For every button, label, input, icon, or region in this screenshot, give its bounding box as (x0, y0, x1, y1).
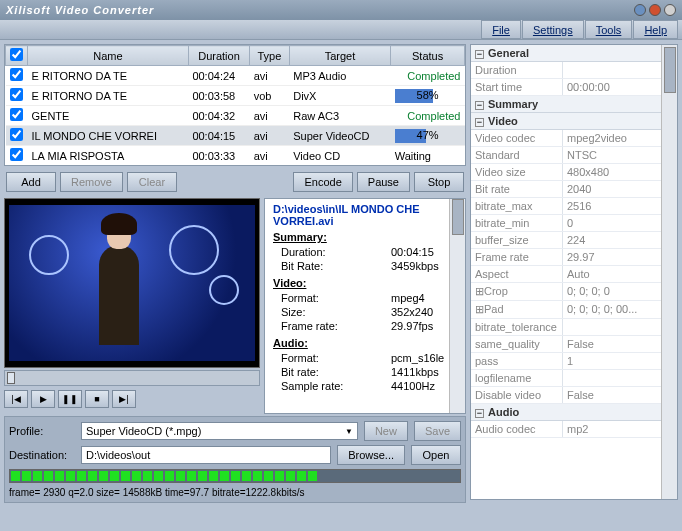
col-target[interactable]: Target (289, 46, 391, 66)
audio-heading: Audio: (273, 337, 457, 349)
prop-section-general[interactable]: −General (471, 45, 661, 62)
details-scrollbar[interactable] (449, 199, 465, 413)
prop-row[interactable]: Start time00:00:00 (471, 79, 661, 96)
prop-row[interactable]: bitrate_max2516 (471, 198, 661, 215)
status-line: frame= 2930 q=2.0 size= 14588kB time=97.… (5, 485, 465, 500)
menu-tools[interactable]: Tools (585, 20, 633, 39)
prop-row[interactable]: logfilename (471, 370, 661, 387)
prop-section-summary[interactable]: −Summary (471, 96, 661, 113)
prop-row[interactable]: Disable videoFalse (471, 387, 661, 404)
menu-help[interactable]: Help (633, 20, 678, 39)
destination-field[interactable] (81, 446, 331, 464)
props-scrollbar[interactable] (661, 45, 677, 499)
close-icon[interactable] (664, 4, 676, 16)
file-details: D:\videos\in\IL MONDO CHE VORREI.avi Sum… (264, 198, 466, 414)
prop-row[interactable]: Video codecmpeg2video (471, 130, 661, 147)
prop-row[interactable]: same_qualityFalse (471, 336, 661, 353)
prop-row[interactable]: Bit rate2040 (471, 181, 661, 198)
dest-label: Destination: (9, 449, 75, 461)
browse-button[interactable]: Browse... (337, 445, 405, 465)
encode-button[interactable]: Encode (293, 172, 352, 192)
col-status[interactable]: Status (391, 46, 465, 66)
stop-media-button[interactable]: ■ (85, 390, 109, 408)
detail-path: D:\videos\in\IL MONDO CHE VORREI.avi (273, 203, 457, 227)
prop-row[interactable]: pass1 (471, 353, 661, 370)
prop-row[interactable]: Frame rate29.97 (471, 249, 661, 266)
prop-row[interactable]: ⊞Crop0; 0; 0; 0 (471, 283, 661, 301)
col-duration[interactable]: Duration (188, 46, 249, 66)
prop-row[interactable]: Audio codecmp2 (471, 421, 661, 438)
prop-section-audio[interactable]: −Audio (471, 404, 661, 421)
summary-heading: Summary: (273, 231, 457, 243)
new-button[interactable]: New (364, 421, 408, 441)
video-preview (4, 198, 260, 368)
remove-button[interactable]: Remove (60, 172, 123, 192)
open-button[interactable]: Open (411, 445, 461, 465)
prop-row[interactable]: buffer_size224 (471, 232, 661, 249)
properties-panel: −GeneralDurationStart time00:00:00−Summa… (470, 44, 678, 500)
pause-media-button[interactable]: ❚❚ (58, 390, 82, 408)
table-row[interactable]: E RITORNO DA TE00:04:24aviMP3 AudioCompl… (6, 66, 465, 86)
prev-button[interactable]: |◀ (4, 390, 28, 408)
table-row[interactable]: GENTE00:04:32aviRaw AC3Completed (6, 106, 465, 126)
menu-file[interactable]: File (481, 20, 521, 39)
minimize-icon[interactable] (634, 4, 646, 16)
pause-button[interactable]: Pause (357, 172, 410, 192)
next-button[interactable]: ▶| (112, 390, 136, 408)
file-list[interactable]: Name Duration Type Target Status E RITOR… (5, 45, 465, 166)
encode-progress (9, 469, 461, 483)
table-row[interactable]: LA MIA RISPOSTA00:03:33aviVideo CDWaitin… (6, 146, 465, 166)
maximize-icon[interactable] (649, 4, 661, 16)
col-type[interactable]: Type (250, 46, 290, 66)
prop-row[interactable]: Video size480x480 (471, 164, 661, 181)
prop-row[interactable]: bitrate_min0 (471, 215, 661, 232)
add-button[interactable]: Add (6, 172, 56, 192)
chevron-down-icon: ▼ (345, 427, 353, 436)
seek-slider[interactable] (4, 370, 260, 386)
prop-section-video[interactable]: −Video (471, 113, 661, 130)
app-title: Xilisoft Video Converter (6, 4, 154, 16)
checkall[interactable] (10, 48, 23, 61)
prop-row[interactable]: AspectAuto (471, 266, 661, 283)
col-name[interactable]: Name (28, 46, 189, 66)
clear-button[interactable]: Clear (127, 172, 177, 192)
profile-label: Profile: (9, 425, 75, 437)
titlebar: Xilisoft Video Converter (0, 0, 682, 20)
prop-row[interactable]: Duration (471, 62, 661, 79)
prop-row[interactable]: StandardNTSC (471, 147, 661, 164)
menu-settings[interactable]: Settings (522, 20, 584, 39)
video-heading: Video: (273, 277, 457, 289)
table-row[interactable]: E RITORNO DA TE00:03:58vobDivX58% (6, 86, 465, 106)
prop-row[interactable]: bitrate_tolerance (471, 319, 661, 336)
stop-button[interactable]: Stop (414, 172, 464, 192)
menubar: File Settings Tools Help (0, 20, 682, 40)
save-button[interactable]: Save (414, 421, 461, 441)
profile-combo[interactable]: Super VideoCD (*.mpg)▼ (81, 422, 358, 440)
play-button[interactable]: ▶ (31, 390, 55, 408)
prop-row[interactable]: ⊞Pad0; 0; 0; 0; 00... (471, 301, 661, 319)
table-row[interactable]: IL MONDO CHE VORREI00:04:15aviSuper Vide… (6, 126, 465, 146)
